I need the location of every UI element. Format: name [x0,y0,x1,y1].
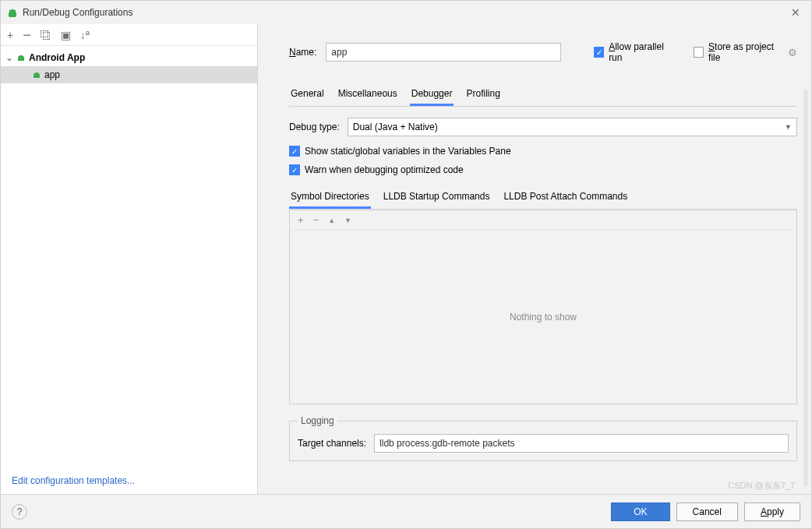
window-title: Run/Debug Configurations [23,7,786,18]
add-icon[interactable]: + [7,30,13,41]
main-tabs: General Miscellaneous Debugger Profiling [289,85,797,107]
apply-button[interactable]: Apply [744,503,800,521]
checkbox-on-icon: ✓ [594,47,604,58]
left-pane: + − ⿻ ▣ ↓ª ⌄ Android App app Edit config… [1,24,258,494]
chevron-down-icon: ▼ [785,123,792,131]
debug-type-value: Dual (Java + Native) [353,122,438,132]
close-icon[interactable]: ✕ [786,5,805,20]
bottom-bar: ? OK Cancel Apply [1,494,811,528]
titlebar: Run/Debug Configurations ✕ [1,1,811,24]
show-static-checkbox[interactable]: ✓ Show static/global variables in the Va… [289,146,797,157]
panel-toolbar: + − ▲ ▼ [290,210,796,231]
left-toolbar: + − ⿻ ▣ ↓ª [1,24,257,46]
copy-icon[interactable]: ⿻ [41,30,51,41]
android-icon [7,6,18,19]
target-channels-input[interactable] [374,434,789,453]
subtab-symbol-dirs[interactable]: Symbol Directories [289,188,371,209]
help-button[interactable]: ? [12,504,27,520]
logging-group: Logging Target channels: [289,415,797,461]
tree-group-label: Android App [29,52,85,63]
scrollbar[interactable] [803,90,808,486]
tab-miscellaneous[interactable]: Miscellaneous [337,85,399,106]
logging-legend: Logging [298,415,337,426]
store-project-label: Store as project file [708,41,780,63]
tab-debugger[interactable]: Debugger [410,85,454,106]
panel-empty-text: Nothing to show [290,231,796,404]
debug-type-select[interactable]: Dual (Java + Native) ▼ [348,118,797,136]
checkbox-off-icon [694,47,704,58]
warn-optimized-checkbox[interactable]: ✓ Warn when debugging optimized code [289,164,797,175]
subtab-lldb-post-attach[interactable]: LLDB Post Attach Commands [502,188,629,209]
android-icon [32,70,41,79]
edit-templates-link[interactable]: Edit configuration templates... [1,467,257,494]
chevron-down-icon[interactable]: ⌄ [5,52,16,63]
add-icon[interactable]: + [298,214,304,226]
allow-parallel-checkbox[interactable]: ✓ Allow parallel run [594,41,673,63]
checkbox-on-icon: ✓ [289,146,300,157]
remove-icon: − [313,214,320,226]
sort-icon[interactable]: ↓ª [80,30,90,41]
up-icon: ▲ [328,217,335,224]
name-label: Name: [289,47,316,58]
show-static-label: Show static/global variables in the Vari… [305,146,511,157]
save-icon[interactable]: ▣ [61,30,71,41]
gear-icon[interactable]: ⚙ [788,47,797,58]
config-tree[interactable]: ⌄ Android App app [1,46,257,467]
checkbox-on-icon: ✓ [289,164,300,175]
tree-item-app[interactable]: app [1,66,257,83]
target-channels-label: Target channels: [298,438,366,449]
down-icon: ▼ [344,217,351,224]
subtab-lldb-startup[interactable]: LLDB Startup Commands [382,188,492,209]
ok-button[interactable]: OK [611,503,669,521]
name-input[interactable] [326,43,561,62]
tab-general[interactable]: General [289,85,326,106]
watermark: CSDN @东东7_7 [728,480,795,492]
store-project-checkbox[interactable]: Store as project file ⚙ [694,41,797,63]
debugger-subtabs: Symbol Directories LLDB Startup Commands… [289,188,797,210]
tree-group-android-app[interactable]: ⌄ Android App [1,49,257,66]
debug-type-label: Debug type: [289,122,340,132]
symbol-dirs-panel: + − ▲ ▼ Nothing to show [289,210,797,404]
right-pane: Name: ✓ Allow parallel run Store as proj… [258,24,811,494]
allow-parallel-label: Allow parallel run [609,41,673,63]
tab-profiling[interactable]: Profiling [464,85,501,106]
android-icon [16,53,26,62]
warn-optimized-label: Warn when debugging optimized code [305,164,464,175]
tree-item-label: app [44,69,60,80]
remove-icon[interactable]: − [23,28,31,42]
cancel-button[interactable]: Cancel [676,503,738,521]
